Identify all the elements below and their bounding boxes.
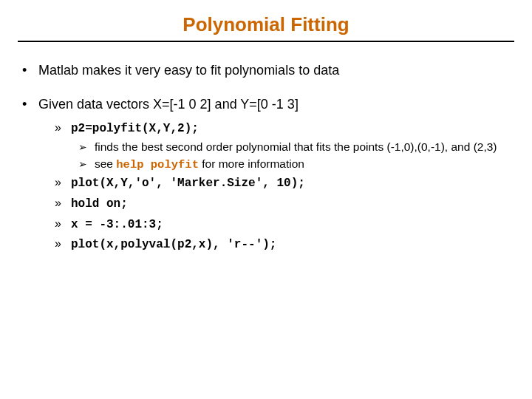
code-text: x = -3:.01:3; [71,218,163,231]
code-plot2: plot(x,polyval(p2,x), 'r--'); [18,236,514,253]
slide-title: Polynomial Fitting [18,13,514,41]
code-text: hold on; [71,197,128,211]
title-divider [18,41,514,42]
code-text: plot(X,Y,'o', 'Marker.Size', 10); [71,177,305,190]
note-help-pre: see [95,157,116,170]
code-text: plot(x,polyval(p2,x), 'r--'); [71,238,276,251]
code-plot1: plot(X,Y,'o', 'Marker.Size', 10); [18,174,514,192]
code-text: p2=polyfit(X,Y,2); [71,122,199,135]
bullet-intro: Matlab makes it very easy to fit polynom… [18,61,514,79]
slide: Polynomial Fitting Matlab makes it very … [0,0,532,399]
note-help-post: for more information [199,157,304,170]
bullet-given: Given data vectors X=[-1 0 2] and Y=[0 -… [18,95,514,113]
code-x: x = -3:.01:3; [18,216,514,233]
help-keyword: help polyfit [116,158,199,171]
code-hold: hold on; [18,195,514,213]
note-help: see help polyfit for more information [18,157,514,172]
note-fit: finds the best second order polynomial t… [18,140,514,154]
code-polyfit: p2=polyfit(X,Y,2); [18,120,514,137]
